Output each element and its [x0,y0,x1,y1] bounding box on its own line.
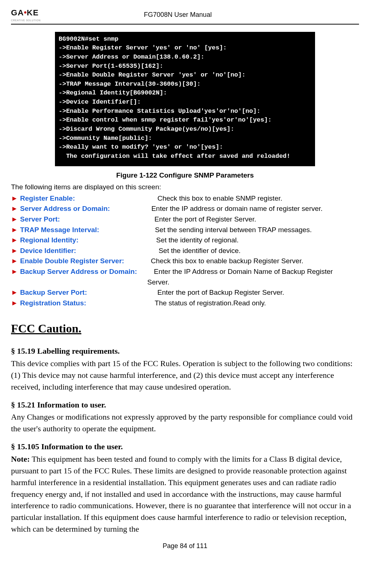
section-body: Any Changes or modifications not express… [11,411,359,435]
parameter-row: ►Server Address or Domain:Enter the IP a… [11,204,359,214]
logo-dot-icon [24,11,26,14]
parameter-label: Device Identifier: [20,246,76,256]
parameter-description: Server. [147,278,359,287]
parameter-row: ►Enable Double Register Server:Check thi… [11,256,359,266]
figure-caption: Figure 1-122 Configure SNMP Parameters [11,171,359,181]
page-number: Page 84 of 111 [11,542,359,551]
intro-text: The following items are displayed on thi… [11,182,359,192]
parameter-description: Check this box to enable SNMP register. [158,194,359,204]
parameter-description: Set the identifier of device. [159,246,359,256]
chevron-right-icon: ► [11,235,18,245]
parameter-row: ►TRAP Message Interval:Set the sending i… [11,225,359,235]
parameter-row: ►Registration Status:The status of regis… [11,298,359,308]
chevron-right-icon: ► [11,246,18,256]
parameter-label: Register Enable: [20,194,75,204]
parameter-list: ►Register Enable:Check this box to enabl… [11,194,359,308]
logo-subtext: CREATIVE SOLUTION [11,19,41,22]
parameter-row: ►Register Enable:Check this box to enabl… [11,194,359,204]
terminal-screenshot: BG9002N#set snmp ->Enable Register Serve… [55,32,315,166]
chevron-right-icon: ► [11,204,18,214]
parameter-row: ►Backup Server Address or Domain:Enter t… [11,267,359,277]
page-header: GAKE CREATIVE SOLUTION FG7008N User Manu… [11,7,359,25]
parameter-description: Enter the IP address or domain name of r… [151,204,359,214]
parameter-label: Regional Identity: [20,235,78,245]
parameter-row: Server. [11,278,359,287]
document-title: FG7008N User Manual [41,10,315,19]
parameter-row: ►Regional Identity:Set the identity of r… [11,235,359,245]
section-body-text: This equipment has been tested and found… [11,454,351,533]
parameter-description: Enter the port of Backup Register Server… [158,288,359,298]
section-heading: § 15.21 Information to user. [11,399,359,411]
parameter-row: ►Device Identifier:Set the identifier of… [11,246,359,256]
parameter-description: Set the sending interval between TRAP me… [155,225,359,235]
chevron-right-icon: ► [11,267,18,277]
parameter-description: The status of registration.Read only. [155,298,359,308]
brand-logo: GAKE CREATIVE SOLUTION [11,7,41,22]
chevron-right-icon: ► [11,194,18,204]
parameter-description: Set the identity of regional. [156,235,359,245]
chevron-right-icon: ► [11,256,18,266]
parameter-description: Check this box to enable backup Register… [151,256,359,266]
note-label: Note: [11,454,30,464]
chevron-right-icon: ► [11,298,18,308]
section-heading: § 15.19 Labelling requirements. [11,346,359,357]
chevron-right-icon: ► [11,225,18,235]
section-heading: § 15.105 Information to the user. [11,441,359,453]
parameter-description: Enter the IP Address or Domain Name of B… [154,267,359,277]
parameter-label: Server Port: [20,215,60,224]
logo-mark: GAKE CREATIVE SOLUTION [11,7,41,22]
chevron-right-icon: ► [11,288,18,298]
parameter-label: Server Address or Domain: [20,204,110,214]
parameter-label: Backup Server Port: [20,288,87,298]
fcc-caution-heading: FCC Caution. [11,320,359,337]
fcc-sections: § 15.19 Labelling requirements.This devi… [11,346,359,535]
parameter-label: TRAP Message Interval: [20,225,99,235]
section-body: Note: This equipment has been tested and… [11,453,359,535]
parameter-label: Registration Status: [20,298,86,308]
chevron-right-icon: ► [11,215,18,224]
parameter-description: Enter the port of Register Server. [155,215,359,224]
parameter-label: Backup Server Address or Domain: [20,267,137,277]
parameter-label: Enable Double Register Server: [20,256,124,266]
section-body: This device complies with part 15 of the… [11,358,359,393]
parameter-row: ►Backup Server Port:Enter the port of Ba… [11,288,359,298]
page-container: GAKE CREATIVE SOLUTION FG7008N User Manu… [0,0,370,562]
parameter-row: ►Server Port:Enter the port of Register … [11,215,359,224]
